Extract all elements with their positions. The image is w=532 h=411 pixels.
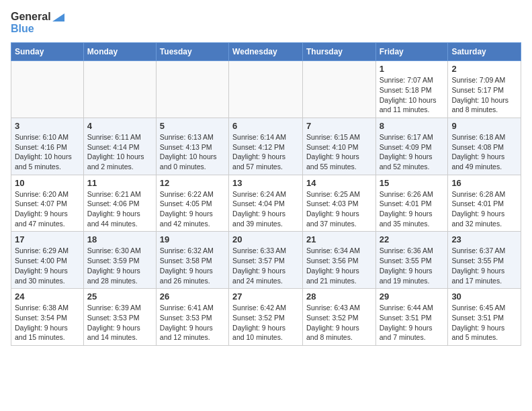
- calendar-cell: 23 Sunrise: 6:37 AMSunset: 3:55 PMDaylig…: [448, 232, 521, 289]
- calendar-cell: 10 Sunrise: 6:20 AMSunset: 4:07 PMDaylig…: [11, 175, 84, 232]
- day-number: 12: [160, 178, 225, 188]
- day-info: Sunrise: 6:32 AMSunset: 3:58 PMDaylight:…: [160, 246, 214, 284]
- calendar-cell: 14 Sunrise: 6:25 AMSunset: 4:03 PMDaylig…: [302, 175, 375, 232]
- day-number: 18: [87, 234, 152, 244]
- calendar-cell: [156, 61, 228, 118]
- day-number: 27: [232, 291, 299, 302]
- day-info: Sunrise: 6:14 AMSunset: 4:12 PMDaylight:…: [232, 133, 286, 171]
- day-info: Sunrise: 6:20 AMSunset: 4:07 PMDaylight:…: [15, 190, 69, 228]
- calendar-cell: 17 Sunrise: 6:29 AMSunset: 4:00 PMDaylig…: [11, 232, 84, 289]
- calendar-table: SundayMondayTuesdayWednesdayThursdayFrid…: [11, 42, 521, 346]
- calendar-cell: 15 Sunrise: 6:26 AMSunset: 4:01 PMDaylig…: [375, 175, 448, 232]
- day-number: 7: [306, 121, 372, 131]
- calendar-cell: 3 Sunrise: 6:10 AMSunset: 4:16 PMDayligh…: [11, 118, 84, 175]
- day-number: 26: [160, 291, 225, 302]
- day-number: 13: [232, 178, 299, 188]
- day-number: 10: [15, 178, 80, 188]
- calendar-cell: 29 Sunrise: 6:44 AMSunset: 3:51 PMDaylig…: [375, 289, 448, 346]
- col-header-thursday: Thursday: [302, 43, 375, 61]
- calendar-week-row: 1 Sunrise: 7:07 AMSunset: 5:18 PMDayligh…: [11, 61, 521, 118]
- calendar-cell: 18 Sunrise: 6:30 AMSunset: 3:59 PMDaylig…: [83, 232, 156, 289]
- calendar-cell: 8 Sunrise: 6:17 AMSunset: 4:09 PMDayligh…: [375, 118, 448, 175]
- day-info: Sunrise: 6:42 AMSunset: 3:52 PMDaylight:…: [232, 304, 286, 341]
- calendar-cell: 22 Sunrise: 6:36 AMSunset: 3:55 PMDaylig…: [375, 232, 448, 289]
- logo-general-text: General: [11, 11, 51, 22]
- col-header-sunday: Sunday: [11, 43, 84, 61]
- day-info: Sunrise: 6:17 AMSunset: 4:09 PMDaylight:…: [380, 133, 433, 171]
- day-number: 11: [87, 178, 152, 188]
- logo: General Blue: [11, 11, 66, 34]
- day-number: 17: [15, 234, 80, 244]
- day-number: 28: [306, 291, 372, 302]
- calendar-cell: 21 Sunrise: 6:34 AMSunset: 3:56 PMDaylig…: [302, 232, 375, 289]
- day-number: 1: [380, 64, 445, 74]
- col-header-tuesday: Tuesday: [156, 43, 228, 61]
- day-number: 8: [380, 121, 445, 131]
- page-header: General Blue: [11, 11, 521, 34]
- logo-triangle-icon: [52, 13, 64, 21]
- calendar-cell: 1 Sunrise: 7:07 AMSunset: 5:18 PMDayligh…: [375, 61, 448, 118]
- calendar-cell: 26 Sunrise: 6:41 AMSunset: 3:53 PMDaylig…: [156, 289, 228, 346]
- calendar-cell: 30 Sunrise: 6:45 AMSunset: 3:51 PMDaylig…: [448, 289, 521, 346]
- day-number: 16: [451, 178, 517, 188]
- day-info: Sunrise: 6:28 AMSunset: 4:01 PMDaylight:…: [451, 190, 505, 228]
- day-number: 30: [451, 291, 517, 302]
- calendar-cell: 7 Sunrise: 6:15 AMSunset: 4:10 PMDayligh…: [302, 118, 375, 175]
- calendar-cell: 9 Sunrise: 6:18 AMSunset: 4:08 PMDayligh…: [448, 118, 521, 175]
- day-info: Sunrise: 6:33 AMSunset: 3:57 PMDaylight:…: [232, 246, 286, 284]
- calendar-week-row: 3 Sunrise: 6:10 AMSunset: 4:16 PMDayligh…: [11, 118, 521, 175]
- day-info: Sunrise: 6:22 AMSunset: 4:05 PMDaylight:…: [160, 190, 214, 228]
- day-number: 20: [232, 234, 299, 244]
- logo-blue-text: Blue: [11, 23, 34, 34]
- col-header-friday: Friday: [375, 43, 448, 61]
- day-info: Sunrise: 6:15 AMSunset: 4:10 PMDaylight:…: [306, 133, 360, 171]
- day-number: 3: [15, 121, 80, 131]
- calendar-cell: 27 Sunrise: 6:42 AMSunset: 3:52 PMDaylig…: [229, 289, 303, 346]
- day-number: 22: [380, 234, 445, 244]
- calendar-week-row: 10 Sunrise: 6:20 AMSunset: 4:07 PMDaylig…: [11, 175, 521, 232]
- day-info: Sunrise: 6:13 AMSunset: 4:13 PMDaylight:…: [160, 133, 217, 171]
- calendar-cell: [229, 61, 303, 118]
- calendar-week-row: 24 Sunrise: 6:38 AMSunset: 3:54 PMDaylig…: [11, 289, 521, 346]
- col-header-monday: Monday: [83, 43, 156, 61]
- day-info: Sunrise: 6:36 AMSunset: 3:55 PMDaylight:…: [380, 246, 433, 284]
- col-header-saturday: Saturday: [448, 43, 521, 61]
- calendar-week-row: 17 Sunrise: 6:29 AMSunset: 4:00 PMDaylig…: [11, 232, 521, 289]
- calendar-cell: 28 Sunrise: 6:43 AMSunset: 3:52 PMDaylig…: [302, 289, 375, 346]
- day-info: Sunrise: 6:37 AMSunset: 3:55 PMDaylight:…: [451, 246, 505, 284]
- day-number: 15: [380, 178, 445, 188]
- calendar-cell: [11, 61, 84, 118]
- day-info: Sunrise: 6:41 AMSunset: 3:53 PMDaylight:…: [160, 304, 214, 341]
- day-info: Sunrise: 6:30 AMSunset: 3:59 PMDaylight:…: [87, 246, 141, 284]
- day-number: 9: [451, 121, 517, 131]
- calendar-cell: [83, 61, 156, 118]
- calendar-cell: 4 Sunrise: 6:11 AMSunset: 4:14 PMDayligh…: [83, 118, 156, 175]
- day-info: Sunrise: 6:10 AMSunset: 4:16 PMDaylight:…: [15, 133, 72, 171]
- calendar-cell: 2 Sunrise: 7:09 AMSunset: 5:17 PMDayligh…: [448, 61, 521, 118]
- day-number: 5: [160, 121, 225, 131]
- day-info: Sunrise: 6:18 AMSunset: 4:08 PMDaylight:…: [451, 133, 505, 171]
- day-number: 23: [451, 234, 517, 244]
- day-number: 21: [306, 234, 372, 244]
- calendar-cell: 19 Sunrise: 6:32 AMSunset: 3:58 PMDaylig…: [156, 232, 228, 289]
- day-info: Sunrise: 6:43 AMSunset: 3:52 PMDaylight:…: [306, 304, 360, 341]
- day-info: Sunrise: 6:25 AMSunset: 4:03 PMDaylight:…: [306, 190, 360, 228]
- calendar-cell: 11 Sunrise: 6:21 AMSunset: 4:06 PMDaylig…: [83, 175, 156, 232]
- day-number: 24: [15, 291, 80, 302]
- calendar-cell: 12 Sunrise: 6:22 AMSunset: 4:05 PMDaylig…: [156, 175, 228, 232]
- day-info: Sunrise: 6:44 AMSunset: 3:51 PMDaylight:…: [380, 304, 433, 341]
- day-info: Sunrise: 6:24 AMSunset: 4:04 PMDaylight:…: [232, 190, 286, 228]
- calendar-cell: 5 Sunrise: 6:13 AMSunset: 4:13 PMDayligh…: [156, 118, 228, 175]
- day-number: 25: [87, 291, 152, 302]
- day-info: Sunrise: 7:09 AMSunset: 5:17 PMDaylight:…: [451, 76, 508, 113]
- day-info: Sunrise: 6:34 AMSunset: 3:56 PMDaylight:…: [306, 246, 360, 284]
- day-number: 2: [451, 64, 517, 74]
- calendar-cell: 6 Sunrise: 6:14 AMSunset: 4:12 PMDayligh…: [229, 118, 303, 175]
- day-info: Sunrise: 6:38 AMSunset: 3:54 PMDaylight:…: [15, 304, 69, 341]
- col-header-wednesday: Wednesday: [229, 43, 303, 61]
- day-info: Sunrise: 6:39 AMSunset: 3:53 PMDaylight:…: [87, 304, 141, 341]
- logo-wordmark: General Blue: [11, 11, 66, 34]
- svg-marker-0: [52, 13, 64, 21]
- calendar-cell: 24 Sunrise: 6:38 AMSunset: 3:54 PMDaylig…: [11, 289, 84, 346]
- calendar-cell: 13 Sunrise: 6:24 AMSunset: 4:04 PMDaylig…: [229, 175, 303, 232]
